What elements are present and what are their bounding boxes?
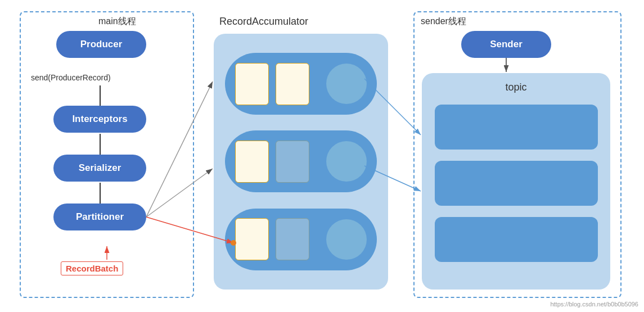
interceptors-box: Interceptors — [53, 106, 146, 133]
diagram-container: main线程 Producer send(ProducerRecord) Int… — [0, 0, 644, 312]
producer-label: Producer — [80, 39, 123, 50]
sender-label: Sender — [490, 39, 523, 50]
serializer-label: Serializer — [79, 162, 121, 174]
record-accumulator-container — [214, 34, 388, 290]
topic-row-1 — [435, 105, 598, 150]
main-thread-label: main线程 — [98, 16, 136, 28]
interceptors-label: Interceptors — [72, 114, 127, 125]
pill-rect-4 — [276, 141, 309, 183]
record-batch-label: RecordBatch — [61, 261, 123, 275]
pill-rect-6 — [276, 218, 309, 260]
pill-rect-1 — [235, 63, 269, 105]
arrow-down-1 — [100, 85, 101, 107]
pill-row-1 — [225, 53, 377, 115]
sender-box: Sender — [461, 31, 551, 58]
partitioner-label: Partitioner — [76, 211, 124, 223]
pill-circle-3 — [326, 219, 367, 260]
pill-circle-1 — [326, 64, 367, 104]
pill-rect-3 — [235, 141, 269, 183]
topic-label: topic — [505, 82, 526, 93]
pill-row-3 — [225, 209, 377, 270]
serializer-box: Serializer — [53, 155, 146, 182]
producer-box: Producer — [56, 31, 146, 58]
pill-row-2 — [225, 130, 377, 192]
pill-rect-5 — [235, 218, 269, 260]
topic-container: topic — [422, 73, 610, 290]
pill-circle-2 — [326, 141, 367, 182]
watermark: https://blog.csdn.net/b0b0b5096 — [550, 301, 638, 308]
send-label: send(ProducerRecord) — [31, 73, 111, 82]
partitioner-box: Partitioner — [53, 204, 146, 230]
arrow-down-2 — [100, 134, 101, 155]
record-accumulator-label: RecordAccumulator — [219, 16, 308, 28]
pill-rect-2 — [276, 63, 309, 105]
sender-thread-label: sender线程 — [421, 16, 466, 28]
topic-row-2 — [435, 161, 598, 206]
topic-row-3 — [435, 217, 598, 262]
arrow-down-3 — [100, 183, 101, 204]
